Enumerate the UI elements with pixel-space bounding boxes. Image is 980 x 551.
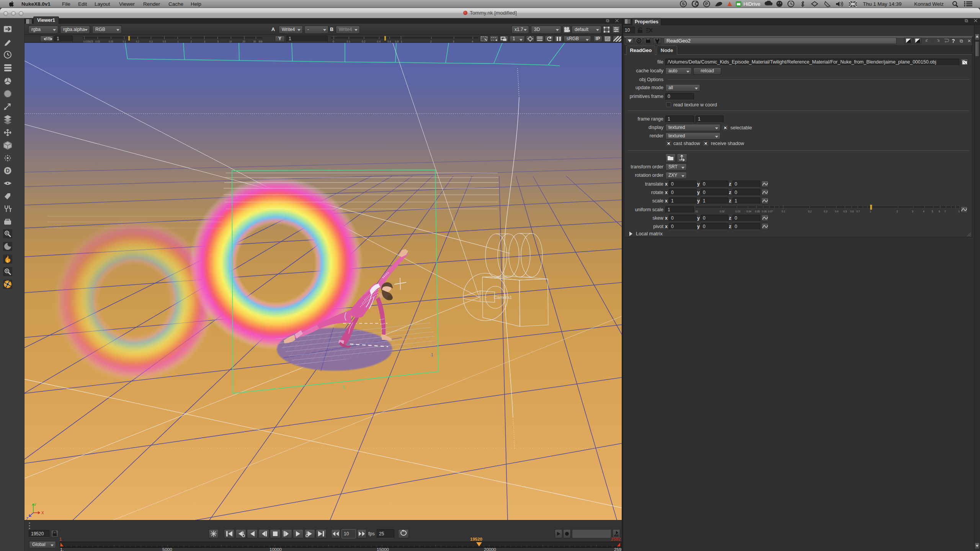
svg-text:0.3: 0.3 — [824, 210, 827, 213]
svg-text:1: 1 — [431, 352, 433, 357]
svg-text:S: S — [682, 2, 684, 6]
svg-text:P: P — [705, 2, 708, 6]
svg-text:D: D — [6, 168, 10, 174]
svg-text:3: 3 — [912, 210, 913, 213]
svg-text:0.03: 0.03 — [735, 210, 740, 213]
svg-text:2: 2 — [191, 40, 192, 43]
svg-text:0.01: 0.01 — [695, 210, 698, 213]
svg-text:0.2: 0.2 — [808, 210, 812, 213]
svg-text:0.2: 0.2 — [362, 40, 366, 43]
svg-text:0: 0 — [333, 40, 334, 43]
svg-text:0.05: 0.05 — [755, 210, 760, 213]
svg-text:-: - — [485, 295, 487, 299]
svg-text:19520: 19520 — [470, 537, 482, 541]
svg-text:15000: 15000 — [377, 547, 389, 551]
svg-text:Z: Z — [26, 517, 28, 520]
svg-text:10: 10 — [958, 210, 960, 213]
svg-text:7: 7 — [944, 210, 946, 213]
svg-text:2: 2 — [430, 40, 432, 43]
svg-text:2: 2 — [897, 210, 898, 213]
svg-text:HiDrive: HiDrive — [743, 1, 760, 7]
svg-text:0.1: 0.1 — [122, 40, 126, 43]
svg-text:4: 4 — [923, 210, 924, 213]
svg-text:Thu 1 May 14:39: Thu 1 May 14:39 — [863, 1, 902, 7]
svg-text:10000: 10000 — [270, 547, 282, 551]
svg-text:0.03: 0.03 — [95, 40, 100, 43]
svg-text:20: 20 — [243, 40, 245, 43]
svg-text:0.5: 0.5 — [163, 40, 166, 43]
svg-text:20000: 20000 — [484, 547, 496, 551]
svg-text:0.3: 0.3 — [149, 40, 153, 43]
svg-text:0.07: 0.07 — [768, 210, 773, 213]
svg-text:0.015625: 0.015625 — [83, 40, 93, 43]
svg-text:3: 3 — [204, 40, 206, 43]
svg-text:0.02: 0.02 — [720, 210, 725, 213]
svg-text:5064: 5064 — [259, 40, 263, 43]
svg-text:2592: 2592 — [611, 537, 621, 541]
svg-text:0.4: 0.4 — [835, 210, 838, 213]
svg-text:0.4: 0.4 — [377, 40, 381, 43]
svg-text:0.6: 0.6 — [850, 210, 854, 213]
svg-text:1: 1 — [401, 40, 402, 43]
svg-text:4: 4 — [472, 40, 473, 43]
svg-text:0.7: 0.7 — [856, 210, 860, 213]
svg-text:0.04: 0.04 — [746, 210, 751, 213]
svg-text:1.: 1. — [60, 547, 64, 551]
svg-text:5000: 5000 — [162, 547, 172, 551]
svg-text:Camera1: Camera1 — [494, 295, 512, 300]
svg-text:0.1: 0.1 — [782, 210, 785, 213]
svg-text:1: 1 — [60, 537, 62, 541]
svg-text:5: 5 — [217, 40, 219, 43]
svg-text:Konrad Welz: Konrad Welz — [914, 1, 944, 7]
svg-text:1: 1 — [870, 210, 871, 213]
svg-text:5: 5 — [932, 210, 933, 213]
svg-text:y: y — [34, 502, 36, 506]
svg-text:2592: 2592 — [614, 547, 622, 551]
svg-text:0.05: 0.05 — [109, 40, 113, 43]
svg-text:0.2: 0.2 — [136, 40, 139, 43]
svg-text:0.8: 0.8 — [395, 40, 399, 43]
svg-text:3: 3 — [453, 40, 454, 43]
svg-text:10: 10 — [229, 40, 232, 43]
svg-text:30: 30 — [253, 40, 256, 43]
svg-text:0.6: 0.6 — [387, 40, 391, 43]
svg-text:1: 1 — [177, 40, 179, 43]
svg-text:0.5: 0.5 — [843, 210, 847, 213]
svg-text:X: X — [41, 511, 44, 515]
svg-text:0.1: 0.1 — [346, 40, 350, 43]
svg-text:0.06: 0.06 — [762, 210, 767, 213]
svg-text:6: 6 — [939, 210, 940, 213]
